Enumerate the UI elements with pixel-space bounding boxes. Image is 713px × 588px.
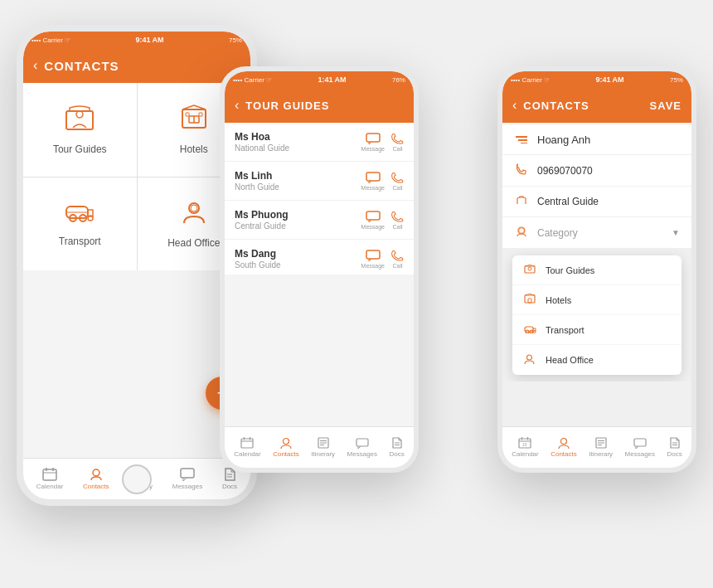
guide-item-dang[interactable]: Ms Dang South Guide Message — [225, 240, 414, 275]
call-icon2 — [391, 172, 404, 184]
transport-icon — [63, 200, 96, 227]
call-label2: Call — [392, 185, 402, 191]
category-dropdown-arrow: ▼ — [672, 228, 680, 237]
dropdown-transport[interactable]: Transport — [512, 315, 681, 345]
call-label3: Call — [392, 224, 402, 230]
call-icon3 — [391, 211, 404, 223]
message-label2: Message — [361, 185, 385, 191]
guide-role-linh: North Guide — [235, 182, 355, 192]
nav-calendar[interactable]: Calendar — [36, 468, 63, 490]
contact-category-field[interactable]: Category ▼ — [502, 217, 691, 249]
call-icon — [391, 133, 404, 145]
phone3-back-icon[interactable]: ‹ — [512, 98, 517, 113]
phone1-carrier: •••• Carrier ☞ — [32, 36, 70, 44]
phone2-nav-calendar[interactable]: Calendar — [234, 437, 260, 458]
phone2-nav-contacts-label: Contacts — [273, 450, 299, 458]
phone2-carrier: •••• Carrier ☞ — [233, 76, 272, 84]
phone3-nav-itinerary[interactable]: Itinerary — [589, 437, 613, 458]
phone3-nav-docs[interactable]: Docs — [667, 437, 682, 458]
call-label: Call — [392, 146, 402, 152]
phone2-nav-docs[interactable]: Docs — [390, 437, 405, 458]
phone2-time: 1:41 AM — [318, 75, 346, 84]
phone3-save-button[interactable]: SAVE — [650, 100, 681, 112]
message-dang-button[interactable]: Message — [361, 250, 385, 269]
phone1-home-button[interactable] — [122, 464, 152, 494]
call-phuong-button[interactable]: Call — [391, 211, 404, 230]
guide-item-phuong[interactable]: Ms Phuong Central Guide Message — [225, 201, 414, 240]
svg-point-56 — [533, 331, 536, 333]
phone3-nav-contacts[interactable]: Contacts — [551, 437, 577, 458]
message-icon4 — [366, 250, 381, 262]
tour-guides-icon — [65, 104, 95, 135]
svg-point-1 — [76, 111, 83, 118]
phone2-back-icon[interactable]: ‹ — [235, 98, 239, 113]
headoffice-label: Head Office — [167, 237, 220, 249]
dropdown-tour-guides-icon — [524, 264, 537, 276]
message-phuong-button[interactable]: Message — [361, 211, 385, 230]
dropdown-hotels[interactable]: Hotels — [512, 285, 681, 315]
message-icon3 — [366, 211, 381, 223]
svg-rect-16 — [43, 469, 56, 480]
call-dang-button[interactable]: Call — [391, 250, 404, 269]
grid-tour-guides[interactable]: Tour Guides — [23, 83, 137, 177]
guide-info-hoa: Ms Hoa National Guide — [235, 131, 355, 153]
svg-rect-52 — [528, 299, 531, 303]
phone3-nav-cal-label: Calendar — [512, 450, 538, 458]
message-hoa-button[interactable]: Message — [361, 133, 385, 152]
transport-label: Transport — [59, 236, 101, 247]
call-icon4 — [391, 250, 404, 262]
svg-point-50 — [528, 267, 531, 270]
phone2-nav-itinerary[interactable]: Itinerary — [311, 437, 335, 458]
guide-name-dang: Ms Dang — [235, 248, 355, 260]
svg-rect-32 — [241, 439, 253, 448]
dropdown-tour-guides-label: Tour Guides — [546, 265, 594, 275]
tour-guides-list: Ms Hoa National Guide Message — [225, 123, 414, 275]
role-field-icon — [514, 195, 529, 208]
nav-messages-label: Messages — [172, 483, 202, 490]
tour-guides-label: Tour Guides — [53, 143, 107, 155]
hotels-label: Hotels — [180, 143, 208, 155]
back-arrow-icon[interactable]: ‹ — [33, 58, 37, 73]
call-linh-button[interactable]: Call — [391, 172, 404, 191]
category-dropdown: Tour Guides Hotels — [512, 255, 681, 375]
scene: •••• Carrier ☞ 9:41 AM 75% ‹ CONTACTS — [0, 0, 713, 588]
dropdown-headoffice[interactable]: Head Office — [512, 345, 681, 375]
phone3: •••• Carrier ☞ 9:41 AM 75% ‹ CONTACTS SA… — [497, 66, 696, 473]
guide-actions-dang: Message Call — [361, 250, 404, 269]
guide-item-linh[interactable]: Ms Linh North Guide Message — [225, 162, 414, 201]
nav-docs[interactable]: Docs — [222, 468, 237, 490]
svg-rect-41 — [356, 439, 368, 446]
phone2-spacer — [225, 275, 414, 426]
phone3-nav-calendar[interactable]: 10 Calendar — [512, 437, 538, 458]
phone2-header: ‹ TOUR GUIDES — [225, 88, 414, 123]
contact-name-value: Hoang Anh — [537, 134, 590, 146]
message-linh-button[interactable]: Message — [361, 172, 385, 191]
contact-role-value: Central Guide — [537, 196, 599, 207]
contact-category-value: Category — [537, 227, 578, 239]
nav-calendar-label: Calendar — [36, 483, 63, 490]
svg-rect-48 — [519, 228, 524, 233]
guide-item-hoa[interactable]: Ms Hoa National Guide Message — [225, 123, 414, 162]
nav-contacts[interactable]: Contacts — [83, 468, 109, 490]
call-label4: Call — [392, 263, 402, 269]
dropdown-headoffice-label: Head Office — [546, 355, 594, 365]
messages-icon — [180, 468, 195, 481]
dropdown-tour-guides[interactable]: Tour Guides — [512, 255, 681, 285]
svg-rect-25 — [181, 469, 194, 478]
phone3-nav-messages[interactable]: Messages — [625, 438, 655, 458]
phone2-nav-messages[interactable]: Messages — [347, 438, 377, 458]
phone3-bottom-nav: 10 Calendar Contacts Itinerary Messages — [502, 426, 691, 468]
phone1-header-title: CONTACTS — [44, 59, 119, 73]
guide-role-dang: South Guide — [235, 260, 355, 270]
grid-transport[interactable]: Transport — [23, 177, 137, 271]
phone2-nav-contacts[interactable]: Contacts — [273, 437, 299, 458]
nav-messages[interactable]: Messages — [172, 468, 202, 490]
message-icon2 — [366, 172, 381, 184]
svg-rect-5 — [186, 113, 189, 116]
contacts-grid: Tour Guides — [23, 83, 250, 270]
call-hoa-button[interactable]: Call — [391, 133, 404, 152]
contact-name-icon — [514, 133, 529, 146]
phone2-bottom-nav: Calendar Contacts Itinerary Messages Doc… — [225, 426, 414, 468]
phone1-header: ‹ CONTACTS — [23, 48, 250, 83]
svg-rect-68 — [634, 439, 646, 446]
